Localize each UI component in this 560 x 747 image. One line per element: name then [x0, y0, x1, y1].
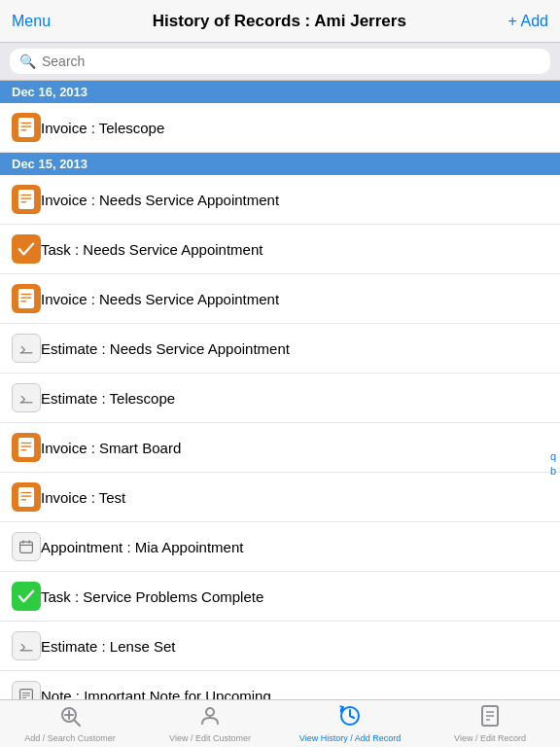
- list-item[interactable]: Invoice : Test: [0, 473, 560, 522]
- section-header: Dec 15, 2013: [0, 153, 560, 175]
- list-item[interactable]: Invoice : Needs Service Appointment: [0, 274, 560, 324]
- tab-view-history[interactable]: View History / Add Record: [280, 700, 420, 747]
- list-wrapper: Dec 16, 2013 Invoice : TelescopeDec 15, …: [0, 81, 560, 699]
- item-text: Invoice : Needs Service Appointment: [41, 291, 279, 307]
- svg-rect-4: [18, 190, 34, 209]
- scroll-char-q: q: [550, 450, 556, 463]
- scroll-char-b: b: [550, 465, 556, 478]
- item-icon-task_done: [12, 582, 41, 611]
- tab-icon-add-search: [58, 704, 82, 731]
- add-button[interactable]: + Add: [508, 13, 548, 30]
- item-text: Invoice : Telescope: [41, 120, 164, 136]
- item-text: Invoice : Needs Service Appointment: [41, 192, 279, 208]
- item-icon-note: [12, 681, 41, 699]
- svg-line-32: [74, 720, 80, 726]
- list-item[interactable]: Task : Service Problems Complete: [0, 572, 560, 622]
- item-icon-estimate: [12, 383, 41, 412]
- item-text: Task : Needs Service Appointment: [41, 241, 262, 258]
- search-icon: 🔍: [19, 53, 36, 69]
- item-icon-invoice: [12, 433, 41, 462]
- item-text: Estimate : Telescope: [41, 390, 175, 407]
- tab-view-record[interactable]: View / Edit Record: [420, 700, 560, 747]
- item-text: Appointment : Mia Appointment: [41, 539, 243, 555]
- tab-label-add-search: Add / Search Customer: [24, 733, 116, 744]
- item-icon-invoice: [12, 113, 41, 142]
- tab-add-search[interactable]: Add / Search Customer: [0, 700, 140, 747]
- item-text: Estimate : Needs Service Appointment: [41, 340, 290, 357]
- item-text: Estimate : Lense Set: [41, 638, 175, 655]
- item-text: Task : Service Problems Complete: [41, 588, 263, 605]
- list-item[interactable]: Note : Important Note for Upcoming: [0, 671, 560, 699]
- item-icon-task_pending: [12, 234, 41, 264]
- item-icon-estimate: [12, 334, 41, 363]
- list-item[interactable]: Estimate : Lense Set: [0, 622, 560, 671]
- item-text: Note : Important Note for Upcoming: [41, 688, 271, 700]
- tab-label-view-record: View / Edit Record: [454, 733, 526, 744]
- search-bar: 🔍: [0, 43, 560, 81]
- tab-label-view-edit: View / Edit Customer: [169, 733, 251, 744]
- svg-rect-18: [18, 487, 34, 507]
- tab-icon-view-history: [338, 704, 362, 731]
- tab-bar: Add / Search CustomerView / Edit Custome…: [0, 699, 560, 747]
- list-item[interactable]: Estimate : Telescope: [0, 374, 560, 423]
- item-text: Invoice : Smart Board: [41, 440, 181, 456]
- tab-label-view-history: View History / Add Record: [299, 733, 401, 744]
- item-icon-invoice: [12, 482, 41, 512]
- search-input[interactable]: [42, 53, 541, 69]
- scroll-indicator: q b: [550, 450, 556, 478]
- item-icon-estimate: [12, 631, 41, 660]
- item-icon-invoice: [12, 284, 41, 313]
- svg-point-35: [206, 708, 214, 716]
- header: Menu History of Records : Ami Jerrers + …: [0, 0, 560, 43]
- section-header: Dec 16, 2013: [0, 81, 560, 103]
- search-wrapper: 🔍: [10, 49, 550, 74]
- list-item[interactable]: Task : Needs Service Appointment: [0, 225, 560, 274]
- list-item[interactable]: Invoice : Telescope: [0, 103, 560, 153]
- svg-rect-8: [18, 289, 34, 308]
- menu-button[interactable]: Menu: [12, 13, 51, 30]
- svg-rect-0: [18, 118, 34, 137]
- svg-rect-22: [20, 542, 33, 552]
- list-item[interactable]: Estimate : Needs Service Appointment: [0, 324, 560, 374]
- list-item[interactable]: Appointment : Mia Appointment: [0, 522, 560, 572]
- item-icon-invoice: [12, 185, 41, 214]
- records-list: Dec 16, 2013 Invoice : TelescopeDec 15, …: [0, 81, 560, 699]
- tab-icon-view-record: [478, 704, 502, 731]
- list-item[interactable]: Invoice : Smart Board: [0, 423, 560, 473]
- list-item[interactable]: Invoice : Needs Service Appointment: [0, 175, 560, 225]
- item-icon-appointment: [12, 532, 41, 561]
- tab-view-edit[interactable]: View / Edit Customer: [140, 700, 280, 747]
- tab-icon-view-edit: [198, 704, 222, 731]
- item-text: Invoice : Test: [41, 489, 125, 506]
- page-title: History of Records : Ami Jerrers: [153, 12, 406, 31]
- svg-rect-14: [18, 438, 34, 457]
